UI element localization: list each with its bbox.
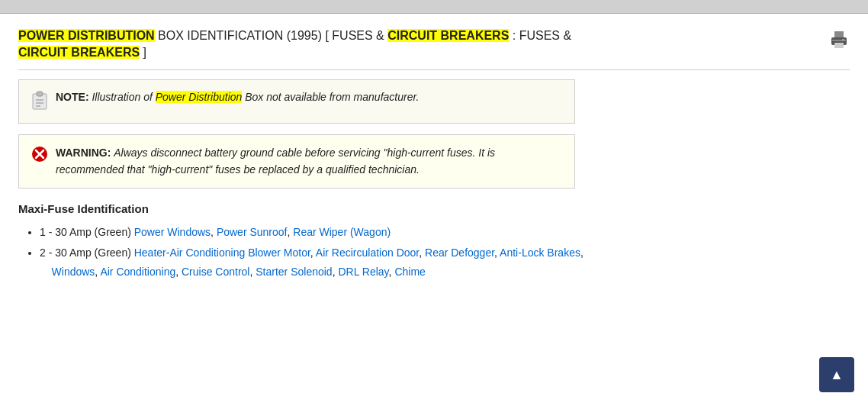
svg-rect-6 bbox=[37, 92, 43, 96]
title-highlight-power-distribution: POWER DISTRIBUTION bbox=[18, 29, 155, 42]
note-body: Illustration of Power Distribution Box n… bbox=[92, 91, 419, 103]
svg-rect-2 bbox=[834, 43, 844, 48]
top-bar bbox=[0, 0, 868, 14]
link-power-sunroof[interactable]: Power Sunroof bbox=[217, 226, 288, 238]
title-highlight-circuit-breakers-2: CIRCUIT BREAKERS bbox=[18, 46, 140, 59]
warning-text: WARNING: Always disconnect battery groun… bbox=[56, 144, 562, 179]
svg-rect-0 bbox=[834, 31, 844, 38]
link-windows[interactable]: Windows bbox=[52, 266, 95, 278]
link-air-conditioning[interactable]: Air Conditioning bbox=[100, 266, 175, 278]
maxi-fuse-section-title: Maxi-Fuse Identification bbox=[18, 202, 850, 215]
warning-box: WARNING: Always disconnect battery groun… bbox=[18, 134, 575, 188]
link-heater-ac[interactable]: Heater-Air Conditioning Blower Motor bbox=[134, 246, 310, 259]
link-drl-relay[interactable]: DRL Relay bbox=[338, 266, 388, 278]
title-highlight-circuit-breakers-1: CIRCUIT BREAKERS bbox=[387, 29, 509, 42]
page-title-area: POWER DISTRIBUTION BOX IDENTIFICATION (1… bbox=[18, 27, 850, 70]
link-air-recirc[interactable]: Air Recirculation Door bbox=[316, 246, 419, 259]
note-text: NOTE: Illustration of Power Distribution… bbox=[56, 89, 419, 105]
link-power-windows[interactable]: Power Windows bbox=[134, 226, 211, 238]
fuse-item-1-text: 1 - 30 Amp (Green) bbox=[40, 226, 134, 238]
note-highlight: Power Distribution bbox=[156, 91, 243, 103]
scroll-to-top-button[interactable] bbox=[819, 357, 854, 392]
printer-icon[interactable] bbox=[828, 29, 850, 50]
note-icon bbox=[31, 91, 48, 114]
title-text-3: ] bbox=[140, 46, 146, 59]
fuse-item-2-text: 2 - 30 Amp (Green) bbox=[40, 246, 134, 259]
note-label: NOTE: bbox=[56, 91, 89, 103]
list-item: 1 - 30 Amp (Green) Power Windows, Power … bbox=[40, 223, 850, 242]
warning-icon bbox=[31, 146, 48, 166]
maxi-fuse-list: 1 - 30 Amp (Green) Power Windows, Power … bbox=[18, 223, 850, 282]
link-rear-defogger[interactable]: Rear Defogger bbox=[425, 246, 494, 259]
link-anti-lock[interactable]: Anti-Lock Brakes bbox=[500, 246, 580, 259]
print-icon-wrapper[interactable] bbox=[828, 29, 850, 55]
main-content: POWER DISTRIBUTION BOX IDENTIFICATION (1… bbox=[0, 14, 868, 297]
link-starter-solenoid[interactable]: Starter Solenoid bbox=[256, 266, 332, 278]
warning-label: WARNING: bbox=[56, 147, 111, 159]
link-chime[interactable]: Chime bbox=[394, 266, 425, 278]
title-text-1: BOX IDENTIFICATION (1995) [ FUSES & bbox=[155, 29, 388, 42]
list-item: 2 - 30 Amp (Green) Heater-Air Conditioni… bbox=[40, 243, 850, 282]
note-box: NOTE: Illustration of Power Distribution… bbox=[18, 79, 575, 124]
link-cruise-control[interactable]: Cruise Control bbox=[182, 266, 249, 278]
warning-body: Always disconnect battery ground cable b… bbox=[56, 147, 495, 176]
title-text-2: : FUSES & bbox=[509, 29, 571, 42]
svg-rect-4 bbox=[842, 39, 844, 40]
page-title-text: POWER DISTRIBUTION BOX IDENTIFICATION (1… bbox=[18, 27, 816, 62]
link-rear-wiper[interactable]: Rear Wiper (Wagon) bbox=[293, 226, 391, 238]
